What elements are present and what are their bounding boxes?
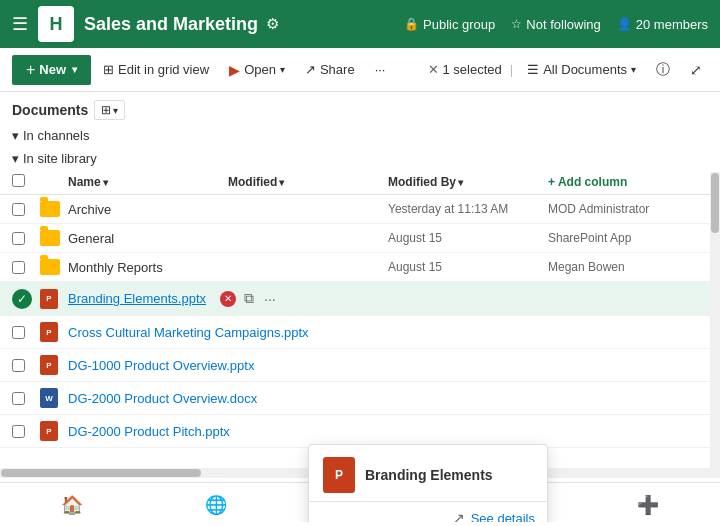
popup-title: Branding Elements xyxy=(365,467,493,483)
deselect-icon[interactable]: ✕ xyxy=(428,62,439,77)
toolbar: + New ▾ ⊞ Edit in grid view ▶ Open ▾ ↗ S… xyxy=(0,48,720,92)
delete-icon[interactable]: ✕ xyxy=(220,291,236,307)
share-icon: ↗ xyxy=(453,510,465,522)
row-checkbox[interactable] xyxy=(12,359,40,372)
folder-icon xyxy=(40,230,68,246)
more-button[interactable]: ··· xyxy=(367,56,394,83)
modified-by-cell: Megan Bowen xyxy=(548,260,708,274)
select-all-checkbox[interactable] xyxy=(12,174,25,187)
checked-out-icon: ✓ xyxy=(12,289,32,309)
modified-cell: August 15 xyxy=(388,231,548,245)
file-name[interactable]: Monthly Reports xyxy=(68,260,388,275)
file-name[interactable]: General xyxy=(68,231,388,246)
in-channels-section[interactable]: ▾ In channels xyxy=(0,124,720,147)
group-title: Sales and Marketing xyxy=(84,14,258,35)
modified-cell: Yesterday at 11:13 AM xyxy=(388,202,548,216)
selected-badge: ✕ 1 selected xyxy=(428,62,502,77)
nav-add[interactable]: ➕ xyxy=(625,490,671,520)
modified-cell: August 15 xyxy=(388,260,548,274)
members-button[interactable]: 👤 20 members xyxy=(617,17,708,32)
open-button[interactable]: ▶ Open ▾ xyxy=(221,56,293,84)
modified-by-cell: MOD Administrator xyxy=(548,202,708,216)
edit-grid-button[interactable]: ⊞ Edit in grid view xyxy=(95,56,217,83)
header-checkbox[interactable] xyxy=(12,174,40,190)
file-name[interactable]: Branding Elements.pptx ✕ ⧉ ··· xyxy=(68,288,388,309)
modified-column-header[interactable]: Modified ▾ xyxy=(228,175,388,189)
docx-icon: W xyxy=(40,388,68,408)
table-row[interactable]: W DG-2000 Product Overview.docx xyxy=(0,382,720,415)
expand-button[interactable]: ⤢ xyxy=(684,58,708,82)
popup-pptx-icon: P xyxy=(323,457,355,493)
branding-elements-popup: P Branding Elements ↗ See details ! You … xyxy=(308,444,548,522)
see-details-link[interactable]: See details xyxy=(471,511,535,523)
pptx-icon: P xyxy=(40,289,68,309)
row-checkbox[interactable] xyxy=(12,326,40,339)
toolbar-divider: | xyxy=(510,62,513,77)
all-docs-button[interactable]: ☰ All Documents ▾ xyxy=(521,58,642,81)
popup-header: P Branding Elements xyxy=(309,445,547,501)
table-row[interactable]: Archive Yesterday at 11:13 AM MOD Admini… xyxy=(0,195,720,224)
pptx-icon: P xyxy=(40,355,68,375)
table-row[interactable]: ✓ P Branding Elements.pptx ✕ ⧉ ··· xyxy=(0,282,720,316)
table-row[interactable]: General August 15 SharePoint App xyxy=(0,224,720,253)
file-list-area: ▾ In channels ▾ In site library Name ▾ M… xyxy=(0,124,720,522)
popup-details-row: ↗ See details xyxy=(309,502,547,522)
pptx-icon: P xyxy=(40,322,68,342)
table-row[interactable]: Monthly Reports August 15 Megan Bowen xyxy=(0,253,720,282)
documents-title: Documents xyxy=(12,102,88,118)
hamburger-icon[interactable]: ☰ xyxy=(12,13,28,35)
row-checkbox[interactable] xyxy=(12,425,40,438)
table-row[interactable]: P DG-1000 Product Overview.pptx xyxy=(0,349,720,382)
row-checkbox[interactable] xyxy=(12,232,40,245)
info-button[interactable]: ⓘ xyxy=(650,57,676,83)
more-row-icon[interactable]: ··· xyxy=(262,289,278,309)
table-row[interactable]: P Cross Cultural Marketing Campaigns.ppt… xyxy=(0,316,720,349)
h-scroll-thumb[interactable] xyxy=(1,469,201,477)
header-meta: 🔒 Public group ☆ Not following 👤 20 memb… xyxy=(404,17,708,32)
toolbar-right: ✕ 1 selected | ☰ All Documents ▾ ⓘ ⤢ xyxy=(428,57,708,83)
copy-icon[interactable]: ⧉ xyxy=(242,288,256,309)
folder-icon xyxy=(40,201,68,217)
row-checkbox[interactable] xyxy=(12,203,40,216)
in-site-library-section[interactable]: ▾ In site library xyxy=(0,147,720,170)
file-name[interactable]: DG-2000 Product Overview.docx xyxy=(68,391,388,406)
follow-button[interactable]: ☆ Not following xyxy=(511,17,600,32)
top-header: ☰ H Sales and Marketing ⚙ 🔒 Public group… xyxy=(0,0,720,48)
settings-icon[interactable]: ⚙ xyxy=(266,15,279,33)
file-name[interactable]: Cross Cultural Marketing Campaigns.pptx xyxy=(68,325,388,340)
add-column-header[interactable]: + Add column xyxy=(548,175,708,189)
file-name[interactable]: Archive xyxy=(68,202,388,217)
public-group-label[interactable]: 🔒 Public group xyxy=(404,17,495,32)
documents-header: Documents ⊞ ▾ xyxy=(0,92,720,124)
app-logo: H xyxy=(38,6,74,42)
file-name[interactable]: DG-1000 Product Overview.pptx xyxy=(68,358,388,373)
row-checkbox[interactable] xyxy=(12,392,40,405)
nav-web[interactable]: 🌐 xyxy=(193,490,239,520)
row-actions: ✕ ⧉ ··· xyxy=(220,288,278,309)
documents-view-button[interactable]: ⊞ ▾ xyxy=(94,100,125,120)
modified-by-cell: SharePoint App xyxy=(548,231,708,245)
folder-icon xyxy=(40,259,68,275)
pptx-icon: P xyxy=(40,421,68,441)
row-checkbox[interactable]: ✓ xyxy=(12,289,40,309)
row-checkbox[interactable] xyxy=(12,261,40,274)
nav-home[interactable]: 🏠 xyxy=(49,490,95,520)
vertical-scrollbar[interactable] xyxy=(710,172,720,478)
column-headers: Name ▾ Modified ▾ Modified By ▾ + Add co… xyxy=(0,170,720,195)
share-button[interactable]: ↗ Share xyxy=(297,56,363,83)
file-name[interactable]: DG-2000 Product Pitch.pptx xyxy=(68,424,388,439)
scroll-thumb[interactable] xyxy=(711,173,719,233)
name-column-header[interactable]: Name ▾ xyxy=(68,175,228,189)
new-button[interactable]: + New ▾ xyxy=(12,55,91,85)
modified-by-column-header[interactable]: Modified By ▾ xyxy=(388,175,548,189)
